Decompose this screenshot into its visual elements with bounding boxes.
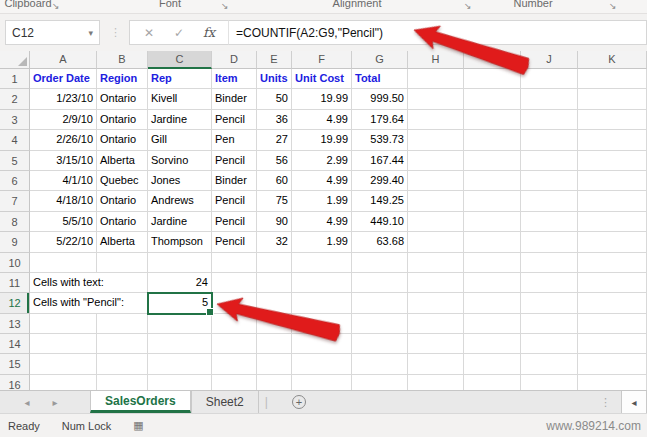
cell-H10[interactable] [408,253,464,273]
cell-J3[interactable] [521,110,578,130]
cell-H14[interactable] [408,334,464,354]
cell-G12[interactable] [352,293,408,313]
cell-D11[interactable] [212,273,257,293]
cell-C11[interactable]: 24 [148,273,212,293]
row-header-15[interactable]: 15 [0,354,30,374]
cell-I10[interactable] [464,253,521,273]
select-all-corner[interactable] [0,51,30,69]
cell-A10[interactable] [30,253,97,273]
cell-I1[interactable] [464,69,521,89]
cell-J9[interactable] [521,232,578,252]
cell-J4[interactable] [521,130,578,150]
cell-A14[interactable] [30,334,97,354]
cell-D7[interactable]: Pencil [212,191,257,211]
cell-E4[interactable]: 27 [257,130,292,150]
cell-J5[interactable] [521,151,578,171]
cell-I15[interactable] [464,354,521,374]
cell-F1[interactable]: Unit Cost [292,69,352,89]
cell-F16[interactable] [292,375,352,390]
row-header-3[interactable]: 3 [0,110,30,130]
cell-I7[interactable] [464,191,521,211]
cell-G2[interactable]: 999.50 [352,89,408,109]
cell-H1[interactable] [408,69,464,89]
cell-E8[interactable]: 90 [257,212,292,232]
cell-K5[interactable] [578,151,647,171]
cell-A5[interactable]: 3/15/10 [30,151,97,171]
cell-A15[interactable] [30,354,97,374]
tab-list-dots-icon[interactable]: ⋮ [600,396,611,409]
cell-J8[interactable] [521,212,578,232]
cell-E7[interactable]: 75 [257,191,292,211]
row-header-5[interactable]: 5 [0,151,30,171]
cell-H2[interactable] [408,89,464,109]
cell-K11[interactable] [578,273,647,293]
row-header-11[interactable]: 11 [0,273,30,293]
cell-K1[interactable] [578,69,647,89]
sheet-tab-salesorders[interactable]: SalesOrders [90,391,191,413]
cell-B9[interactable]: Alberta [97,232,148,252]
cell-E2[interactable]: 50 [257,89,292,109]
cell-D13[interactable] [212,314,257,334]
col-header-D[interactable]: D [212,51,257,69]
cell-E5[interactable]: 56 [257,151,292,171]
cell-F6[interactable]: 4.99 [292,171,352,191]
enter-icon[interactable]: ✓ [164,26,194,40]
cell-C14[interactable] [148,334,212,354]
cell-C12[interactable]: 5 [148,293,212,313]
cell-C5[interactable]: Sorvino [148,151,212,171]
formula-input[interactable]: =COUNTIF(A2:G9,"Pencil") [228,20,647,45]
cell-J1[interactable] [521,69,578,89]
cell-E9[interactable]: 32 [257,232,292,252]
cell-C4[interactable]: Gill [148,130,212,150]
cell-J12[interactable] [521,293,578,313]
row-header-8[interactable]: 8 [0,212,30,232]
cell-C9[interactable]: Thompson [148,232,212,252]
cell-E13[interactable] [257,314,292,334]
cell-B8[interactable]: Ontario [97,212,148,232]
cell-G13[interactable] [352,314,408,334]
cell-I16[interactable] [464,375,521,390]
cell-K12[interactable] [578,293,647,313]
cell-H4[interactable] [408,130,464,150]
alignment-dialog-launcher-icon[interactable]: ↘ [464,0,472,12]
add-sheet-icon[interactable]: + [292,395,306,409]
cell-G8[interactable]: 449.10 [352,212,408,232]
cell-D3[interactable]: Pencil [212,110,257,130]
cell-F5[interactable]: 2.99 [292,151,352,171]
cell-A1[interactable]: Order Date [30,69,97,89]
cell-A8[interactable]: 5/5/10 [30,212,97,232]
cell-C8[interactable]: Jardine [148,212,212,232]
cell-I3[interactable] [464,110,521,130]
cell-H15[interactable] [408,354,464,374]
cell-C10[interactable] [148,253,212,273]
font-dialog-launcher-icon[interactable]: ↘ [221,0,229,12]
cell-G16[interactable] [352,375,408,390]
cell-I2[interactable] [464,89,521,109]
name-box[interactable]: C12 ▾ [5,20,100,45]
cell-J16[interactable] [521,375,578,390]
cell-D2[interactable]: Binder [212,89,257,109]
cell-A2[interactable]: 1/23/10 [30,89,97,109]
cell-F13[interactable] [292,314,352,334]
cell-H16[interactable] [408,375,464,390]
cell-J11[interactable] [521,273,578,293]
cell-B2[interactable]: Ontario [97,89,148,109]
cell-B16[interactable] [97,375,148,390]
cell-H5[interactable] [408,151,464,171]
cell-C6[interactable]: Jones [148,171,212,191]
cell-G7[interactable]: 149.25 [352,191,408,211]
cell-F2[interactable]: 19.99 [292,89,352,109]
col-header-I[interactable]: I [464,51,521,69]
row-header-13[interactable]: 13 [0,314,30,334]
col-header-K[interactable]: K [578,51,647,69]
cell-B15[interactable] [97,354,148,374]
col-header-E[interactable]: E [257,51,292,69]
cell-I13[interactable] [464,314,521,334]
cell-K10[interactable] [578,253,647,273]
cell-B4[interactable]: Ontario [97,130,148,150]
cell-K4[interactable] [578,130,647,150]
cell-E14[interactable] [257,334,292,354]
row-header-10[interactable]: 10 [0,253,30,273]
macro-record-icon[interactable]: ▦ [133,419,143,432]
cell-K15[interactable] [578,354,647,374]
